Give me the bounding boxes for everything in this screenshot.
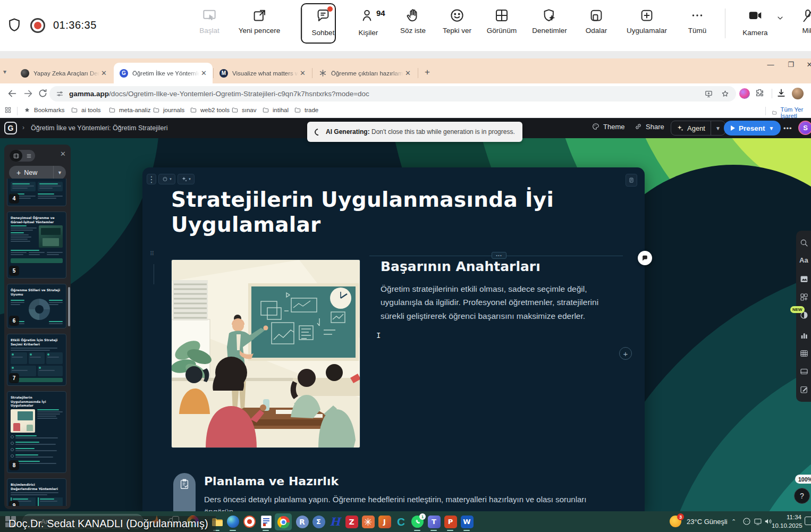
breakout-rooms-button[interactable]: Odalar (582, 7, 611, 35)
bookmark-folder[interactable]: web2 tools (190, 106, 230, 114)
browser-tab-3[interactable]: M Visualize what matters with AI | ✕ (214, 63, 311, 83)
new-slide-chevron[interactable]: ▼ (53, 166, 66, 180)
reload-icon[interactable] (37, 88, 49, 99)
tab-close-icon[interactable]: ✕ (403, 69, 412, 77)
sidebar-view-toggle[interactable] (10, 150, 35, 162)
window-restore-icon[interactable]: ❐ (783, 61, 799, 69)
whatsapp-icon[interactable]: 1 (411, 515, 424, 528)
card-notes-icon[interactable] (626, 174, 637, 187)
agent-button[interactable]: Agent ▼ (671, 121, 725, 136)
present-dropdown-chevron[interactable]: ▼ (769, 125, 774, 131)
flame-app-icon[interactable]: J (378, 515, 391, 528)
slide-thumbnail-9[interactable]: Biçimlendirici Değerlendirme Yöntemleri … (7, 478, 66, 506)
install-app-icon[interactable] (704, 89, 713, 98)
section-heading[interactable]: Başarının Anahtarları (381, 259, 540, 274)
recording-indicator-icon[interactable] (30, 18, 45, 33)
text-style-icon[interactable]: Aa (799, 256, 809, 266)
bookmark-folder[interactable]: journals (153, 106, 184, 114)
participants-button[interactable]: 94 Kişiler (353, 7, 383, 37)
view-button[interactable]: Görünüm (484, 7, 519, 35)
block-drag-handle[interactable]: ⠿ (150, 251, 157, 262)
app-orange-ring-icon[interactable] (243, 515, 256, 528)
blocks-icon[interactable] (799, 292, 809, 302)
bookmark-folder[interactable]: meta-analiz (108, 106, 150, 114)
new-window-button[interactable]: Yeni pencere (235, 7, 283, 35)
notification-center-icon[interactable] (805, 517, 811, 525)
bookmark-item[interactable]: Bookmarks (23, 106, 65, 114)
h-app-icon[interactable]: H (328, 515, 342, 528)
powerpoint-icon[interactable]: P (444, 515, 457, 528)
chart-icon[interactable] (799, 331, 809, 340)
breadcrumb[interactable]: Öğretim İlke ve Yöntemleri: Öğretim Stra… (31, 124, 168, 132)
document-app-icon[interactable] (259, 515, 273, 528)
brain-extension-icon[interactable] (739, 88, 750, 99)
asterisk-app-icon[interactable]: ✳ (361, 515, 375, 528)
header-more-icon[interactable]: ••• (783, 124, 792, 132)
apps-grid-icon[interactable] (4, 106, 12, 114)
slide-thumbnail-4[interactable]: 4 (7, 179, 66, 206)
slide-title[interactable]: Stratejilerin Uygulanmasında İyi Uygulam… (171, 188, 607, 238)
bookmark-folder[interactable]: sınav (231, 106, 257, 114)
gamma-logo[interactable]: G (4, 122, 17, 134)
reactions-button[interactable]: Tepki ver (440, 7, 475, 35)
apps-button[interactable]: Uygulamalar (621, 7, 673, 35)
card-theme-icon[interactable]: ▾ (158, 174, 175, 184)
comment-icon[interactable] (638, 251, 652, 265)
present-button[interactable]: Present ▼ (724, 121, 781, 136)
r-app-icon[interactable]: R (295, 515, 309, 528)
section-heading[interactable]: Planlama ve Hazırlık (204, 475, 339, 488)
forward-icon[interactable] (22, 88, 34, 99)
divider-drag-handle[interactable]: ••• (492, 252, 506, 259)
all-bookmarks-folder[interactable]: Tüm Yer İşaretl (772, 106, 811, 119)
user-avatar[interactable]: S (798, 121, 811, 135)
word-icon[interactable]: W (460, 515, 474, 528)
network-icon[interactable] (753, 517, 763, 526)
tab-close-icon[interactable]: ✕ (199, 69, 208, 77)
bookmark-folder[interactable]: intihal (262, 106, 289, 114)
browser-tab-1[interactable]: Yapay Zeka Araçları Derse Enteg ✕ (15, 63, 113, 83)
search-icon[interactable] (799, 238, 809, 248)
list-view-icon[interactable] (22, 150, 35, 162)
taskbar-clock[interactable]: 11:34 10.10.2025 (772, 513, 801, 530)
microphone-button[interactable]: Mik (797, 7, 811, 35)
url-input[interactable]: gamma.app/docs/Ogretim-Ilke-ve-Yontemler… (49, 86, 736, 102)
section-body[interactable]: Öğretim stratejilerinin etkili olması, s… (381, 282, 621, 323)
add-block-button[interactable]: + (619, 347, 632, 360)
filmstrip-view-icon[interactable] (10, 150, 22, 162)
back-icon[interactable] (6, 88, 18, 99)
image-icon[interactable] (799, 274, 809, 284)
camera-options-chevron[interactable] (776, 14, 784, 24)
browser-tab-4[interactable]: Öğrenme çıktıları hazırlama ✕ (312, 63, 417, 83)
bookmark-folder[interactable]: ai tools (71, 106, 100, 114)
theme-button[interactable]: Theme (592, 122, 624, 131)
edge-browser-icon[interactable] (226, 515, 240, 528)
edit-icon[interactable] (799, 385, 809, 394)
teams-icon[interactable]: T (427, 515, 441, 528)
host-tools-button[interactable]: Denetimler (529, 7, 570, 35)
tray-chevron-icon[interactable]: ⌃ (731, 518, 736, 525)
help-button[interactable]: ? (794, 488, 810, 504)
weather-text[interactable]: 23°C Güneşli (687, 518, 728, 526)
chrome-icon-active[interactable] (275, 513, 292, 530)
zotero-icon[interactable]: Z (345, 515, 358, 528)
card-layout-icon[interactable] (799, 367, 809, 376)
extensions-puzzle-icon[interactable] (755, 88, 766, 99)
slide-thumbnail-5[interactable]: Deneyimsel Öğrenme ve Görsel-İşitsel Yön… (7, 212, 66, 278)
window-minimize-icon[interactable]: — (763, 61, 779, 69)
share-screen-button[interactable]: Başlat (193, 7, 226, 35)
browser-profile-avatar[interactable] (792, 88, 804, 99)
new-slide-button[interactable]: + New ▼ (9, 166, 66, 180)
table-icon[interactable] (799, 349, 809, 358)
bookmark-star-icon[interactable] (721, 89, 730, 98)
section-body[interactable]: Ders öncesi detaylı planlama yapın. Öğre… (204, 494, 619, 511)
tray-status-icon[interactable] (742, 517, 751, 526)
sidebar-close-icon[interactable]: ✕ (60, 150, 66, 158)
raise-hand-button[interactable]: Söz iste (398, 7, 428, 35)
tab-close-icon[interactable]: ✕ (298, 69, 307, 77)
tab-search-chevron[interactable]: ▾ (3, 68, 6, 75)
chat-button[interactable]: Sohbet (310, 7, 336, 37)
slide-thumbnail-8[interactable]: Stratejilerin Uygulanmasında İyi Uygulam… (7, 391, 66, 473)
security-shield-icon[interactable] (6, 17, 22, 35)
site-settings-icon[interactable] (56, 90, 64, 98)
sidebar-scrollbar[interactable] (68, 287, 70, 326)
